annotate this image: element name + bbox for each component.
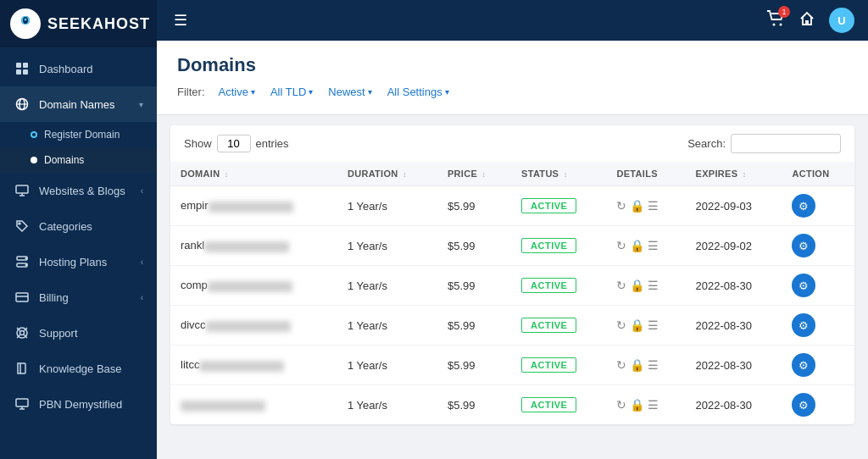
sidebar-item-label: Hosting Plans bbox=[39, 256, 141, 268]
sidebar-navigation: Dashboard Domain Names ▾ Register Domain… bbox=[0, 47, 157, 459]
filter-all-settings-button[interactable]: All Settings ▾ bbox=[382, 83, 454, 101]
menu-icon[interactable]: ☰ bbox=[648, 318, 659, 332]
sidebar-item-label: Support bbox=[39, 327, 143, 340]
show-entries-control: Show entries bbox=[184, 135, 289, 152]
entries-input[interactable] bbox=[217, 135, 251, 152]
filter-active-button[interactable]: Active ▾ bbox=[214, 83, 260, 101]
refresh-icon[interactable]: ↻ bbox=[616, 239, 626, 252]
sidebar-item-register-domain[interactable]: Register Domain bbox=[0, 122, 157, 147]
settings-action-button[interactable]: ⚙ bbox=[792, 274, 815, 297]
globe-icon bbox=[14, 96, 31, 113]
table-row: litcc1 Year/s$5.99ACTIVE ↻ 🔒 ☰ 2022-08-3… bbox=[170, 346, 854, 385]
sidebar-item-label: Categories bbox=[39, 220, 143, 233]
status-cell: ACTIVE bbox=[511, 306, 606, 346]
cart-button[interactable]: 1 bbox=[766, 10, 785, 31]
settings-action-button[interactable]: ⚙ bbox=[792, 194, 815, 218]
hamburger-menu-button[interactable]: ☰ bbox=[170, 8, 191, 33]
sidebar-item-hosting-plans[interactable]: Hosting Plans ‹ bbox=[0, 244, 157, 279]
filter-newest-label: Newest bbox=[328, 86, 364, 98]
details-icons: ↻ 🔒 ☰ bbox=[616, 279, 675, 292]
domain-blur bbox=[204, 241, 289, 252]
sort-icon: ↕ bbox=[564, 170, 568, 179]
main-content: Domains Filter: Active ▾ All TLD ▾ Newes… bbox=[157, 41, 868, 459]
filter-active-label: Active bbox=[219, 86, 248, 98]
filter-newest-button[interactable]: Newest ▾ bbox=[323, 83, 376, 101]
settings-action-button[interactable]: ⚙ bbox=[792, 393, 815, 417]
table-row: rankl1 Year/s$5.99ACTIVE ↻ 🔒 ☰ 2022-09-0… bbox=[170, 226, 854, 266]
home-button[interactable] bbox=[798, 10, 815, 31]
details-cell: ↻ 🔒 ☰ bbox=[606, 266, 685, 306]
sidebar-item-knowledge-base[interactable]: Knowledge Base bbox=[0, 351, 157, 386]
menu-icon[interactable]: ☰ bbox=[648, 398, 659, 412]
sidebar-item-domain-names[interactable]: Domain Names ▾ bbox=[0, 86, 157, 122]
topbar-right: 1 U bbox=[766, 8, 854, 33]
menu-icon[interactable]: ☰ bbox=[648, 358, 659, 372]
duration-cell: 1 Year/s bbox=[337, 186, 437, 226]
status-cell: ACTIVE bbox=[511, 385, 606, 425]
sidebar-item-label: Domain Names bbox=[39, 98, 139, 111]
menu-icon[interactable]: ☰ bbox=[648, 279, 659, 292]
lock-icon[interactable]: 🔒 bbox=[630, 358, 644, 372]
action-cell: ⚙ bbox=[782, 226, 854, 266]
caret-icon: ▾ bbox=[251, 87, 255, 97]
filter-all-settings-label: All Settings bbox=[387, 86, 442, 98]
status-badge: ACTIVE bbox=[521, 278, 576, 293]
entries-label: entries bbox=[256, 137, 289, 150]
expires-cell: 2022-08-30 bbox=[686, 306, 782, 346]
refresh-icon[interactable]: ↻ bbox=[616, 398, 626, 412]
sidebar-item-billing[interactable]: Billing ‹ bbox=[0, 279, 157, 315]
details-icons: ↻ 🔒 ☰ bbox=[616, 358, 675, 372]
refresh-icon[interactable]: ↻ bbox=[616, 199, 626, 213]
sidebar: SEEKAHOST Dashboard Domain Names bbox=[0, 0, 157, 459]
sidebar-item-categories[interactable]: Categories bbox=[0, 208, 157, 244]
show-label: Show bbox=[184, 137, 212, 150]
domain-blur bbox=[206, 321, 291, 332]
sidebar-item-support[interactable]: Support bbox=[0, 315, 157, 351]
sidebar-item-domains[interactable]: Domains bbox=[0, 147, 157, 173]
domain-cell: divcc bbox=[170, 306, 337, 346]
domains-table-section: Show entries Search: DOMAIN ↕ bbox=[170, 125, 854, 424]
lock-icon[interactable]: 🔒 bbox=[630, 279, 644, 292]
svg-rect-6 bbox=[23, 69, 28, 75]
logo-area: SEEKAHOST bbox=[0, 0, 157, 47]
details-cell: ↻ 🔒 ☰ bbox=[606, 385, 685, 425]
status-badge: ACTIVE bbox=[521, 318, 576, 333]
sidebar-item-websites-blogs[interactable]: Websites & Blogs ‹ bbox=[0, 173, 157, 208]
svg-rect-27 bbox=[16, 399, 28, 406]
settings-action-button[interactable]: ⚙ bbox=[792, 234, 815, 257]
lock-icon[interactable]: 🔒 bbox=[630, 239, 644, 252]
settings-action-button[interactable]: ⚙ bbox=[792, 313, 815, 337]
sidebar-item-pbn-demystified[interactable]: PBN Demystified bbox=[0, 386, 157, 422]
filter-all-tld-button[interactable]: All TLD ▾ bbox=[265, 83, 318, 101]
domain-prefix: divcc bbox=[181, 318, 206, 331]
lock-icon[interactable]: 🔒 bbox=[630, 318, 644, 332]
svg-point-16 bbox=[25, 257, 26, 258]
main-area: ☰ 1 U Domains bbox=[157, 0, 868, 459]
refresh-icon[interactable]: ↻ bbox=[616, 358, 626, 372]
action-cell: ⚙ bbox=[782, 266, 854, 306]
domain-prefix: empir bbox=[181, 199, 209, 212]
menu-icon[interactable]: ☰ bbox=[648, 199, 659, 213]
sidebar-item-dashboard[interactable]: Dashboard bbox=[0, 51, 157, 86]
details-icons: ↻ 🔒 ☰ bbox=[616, 239, 675, 252]
topbar: ☰ 1 U bbox=[157, 0, 868, 41]
domain-cell: litcc bbox=[170, 346, 337, 385]
user-avatar[interactable]: U bbox=[829, 8, 854, 33]
page-title: Domains bbox=[177, 54, 848, 76]
status-badge: ACTIVE bbox=[521, 238, 576, 253]
lock-icon[interactable]: 🔒 bbox=[630, 199, 644, 213]
refresh-icon[interactable]: ↻ bbox=[616, 318, 626, 332]
lock-icon[interactable]: 🔒 bbox=[630, 398, 644, 412]
domain-cell: comp bbox=[170, 266, 337, 306]
logo-icon bbox=[10, 8, 41, 39]
domain-blur bbox=[181, 401, 265, 412]
domain-prefix: comp bbox=[181, 279, 208, 291]
search-input[interactable] bbox=[731, 134, 841, 153]
svg-point-21 bbox=[20, 331, 25, 335]
action-cell: ⚙ bbox=[782, 346, 854, 385]
refresh-icon[interactable]: ↻ bbox=[616, 279, 626, 292]
status-badge: ACTIVE bbox=[521, 397, 576, 412]
chevron-left-icon: ‹ bbox=[141, 257, 143, 267]
menu-icon[interactable]: ☰ bbox=[648, 239, 659, 252]
settings-action-button[interactable]: ⚙ bbox=[792, 353, 815, 377]
